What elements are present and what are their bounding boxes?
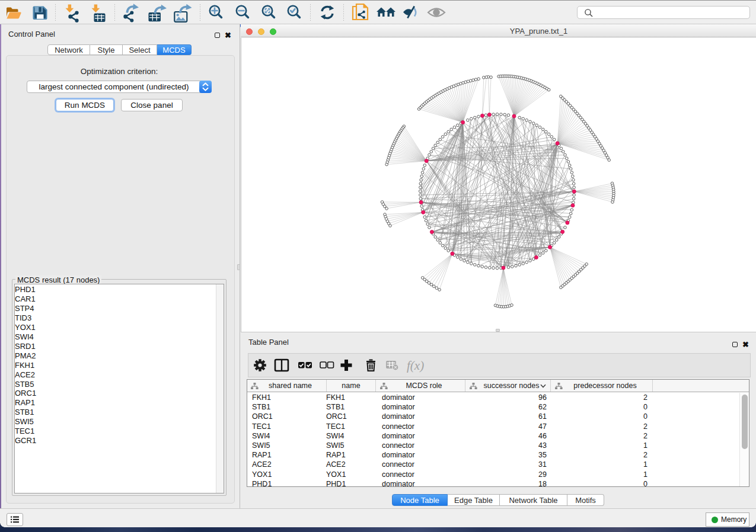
svg-text:f(x): f(x)	[407, 358, 424, 373]
